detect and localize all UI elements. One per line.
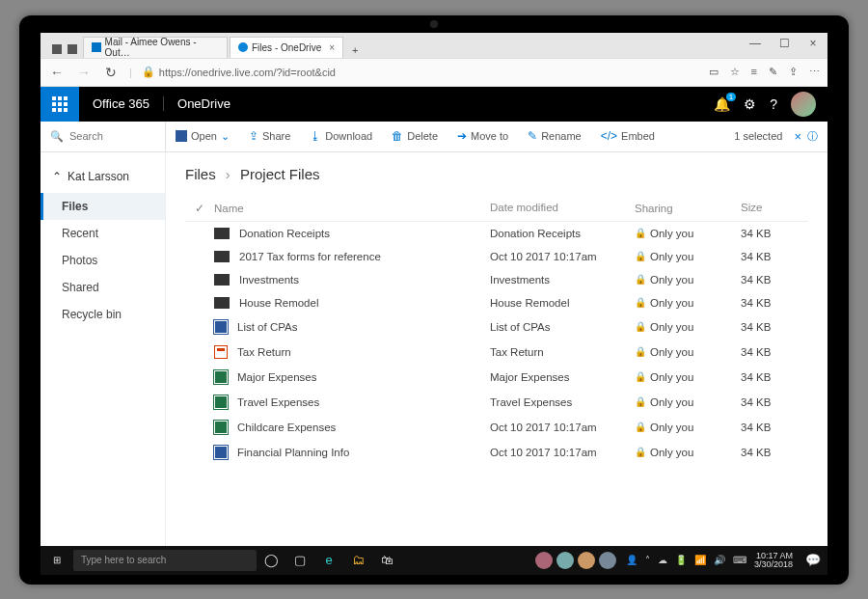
- hub-icon[interactable]: ≡: [751, 66, 757, 78]
- more-icon[interactable]: ⋯: [809, 66, 820, 78]
- minimize-button[interactable]: —: [741, 33, 770, 54]
- file-size: 34 KB: [741, 422, 808, 433]
- url-field[interactable]: 🔒 https://onedrive.live.com/?id=root&cid: [142, 66, 699, 78]
- favorite-icon[interactable]: ☆: [730, 66, 740, 78]
- nav-files[interactable]: Files: [41, 193, 165, 220]
- browser-tab-mail[interactable]: Mail - Aimee Owens - Out…: [83, 37, 228, 58]
- notifications-button[interactable]: 🔔1: [714, 96, 730, 112]
- file-size: 34 KB: [741, 346, 808, 358]
- folder-icon: [214, 228, 230, 239]
- user-name: Kat Larsson: [68, 170, 129, 183]
- window-tile-icon[interactable]: [68, 44, 77, 54]
- suite-app-name[interactable]: OneDrive: [164, 96, 244, 111]
- file-row[interactable]: House RemodelHouse Remodel🔒Only you34 KB: [185, 291, 808, 314]
- search-input[interactable]: [69, 130, 156, 142]
- rename-button[interactable]: ✎Rename: [518, 129, 591, 143]
- battery-icon[interactable]: 🔋: [675, 555, 687, 565]
- move-button[interactable]: ➔Move to: [448, 129, 518, 143]
- separator: |: [129, 67, 132, 78]
- close-window-button[interactable]: ×: [799, 33, 827, 54]
- open-button[interactable]: Open⌄: [166, 130, 239, 143]
- onedrive-tray-icon[interactable]: ☁: [658, 555, 667, 565]
- volume-icon[interactable]: 🔊: [714, 555, 725, 565]
- system-clock[interactable]: 10:17 AM 3/30/2018: [754, 552, 799, 569]
- store-icon[interactable]: 🛍: [372, 553, 401, 567]
- user-avatar[interactable]: [791, 92, 816, 117]
- lock-icon: 🔒: [635, 422, 646, 432]
- action-center-icon[interactable]: 💬: [799, 553, 827, 567]
- explorer-icon[interactable]: 🗂: [343, 553, 372, 567]
- help-button[interactable]: ?: [770, 96, 777, 112]
- search-box[interactable]: 🔍: [41, 122, 166, 151]
- wifi-icon[interactable]: 📶: [694, 555, 706, 565]
- delete-button[interactable]: 🗑Delete: [382, 129, 448, 143]
- tab-title: Mail - Aimee Owens - Out…: [105, 37, 219, 58]
- share-button[interactable]: ⇪Share: [239, 129, 300, 143]
- file-row[interactable]: 2017 Tax forms for referenceOct 10 2017 …: [185, 245, 808, 268]
- file-row[interactable]: InvestmentsInvestments🔒Only you34 KB: [185, 268, 808, 291]
- back-button[interactable]: ←: [48, 65, 66, 80]
- start-button[interactable]: ⊞: [41, 555, 73, 565]
- settings-button[interactable]: ⚙: [744, 96, 756, 112]
- edge-icon[interactable]: e: [314, 553, 343, 567]
- file-row[interactable]: Financial Planning InfoOct 10 2017 10:17…: [185, 440, 808, 465]
- col-size[interactable]: Size: [741, 202, 808, 215]
- file-row[interactable]: Travel ExpensesTravel Expenses🔒Only you3…: [185, 390, 808, 415]
- file-name: Financial Planning Info: [237, 447, 349, 458]
- browser-tab-onedrive[interactable]: Files - OneDrive ×: [230, 37, 343, 58]
- maximize-button[interactable]: ☐: [770, 33, 799, 54]
- file-row[interactable]: List of CPAsList of CPAs🔒Only you34 KB: [185, 314, 808, 340]
- refresh-button[interactable]: ↻: [102, 65, 120, 80]
- breadcrumb-root[interactable]: Files: [185, 166, 216, 182]
- download-button[interactable]: ⭳Download: [300, 129, 382, 143]
- window-tile-icon[interactable]: [52, 44, 62, 54]
- taskbar-avatar[interactable]: [556, 552, 574, 569]
- app-launcher-button[interactable]: [41, 87, 79, 122]
- clear-selection-button[interactable]: ×: [788, 129, 807, 144]
- file-size: 34 KB: [741, 371, 808, 383]
- embed-button[interactable]: </>Embed: [591, 129, 665, 143]
- folder-icon: [214, 297, 230, 309]
- col-name[interactable]: Name: [214, 202, 490, 215]
- file-name: Childcare Expenses: [237, 422, 336, 433]
- notes-icon[interactable]: ✎: [769, 66, 777, 78]
- select-all-checkbox[interactable]: ✓: [185, 202, 214, 215]
- forward-button[interactable]: →: [75, 65, 93, 80]
- file-row[interactable]: Childcare ExpensesOct 10 2017 10:17am🔒On…: [185, 415, 808, 440]
- tab-title: Files - OneDrive: [252, 42, 321, 53]
- lock-icon: 🔒: [635, 228, 646, 238]
- nav-recycle-bin[interactable]: Recycle bin: [41, 301, 165, 328]
- file-sharing: Only you: [650, 422, 693, 433]
- file-name: Tax Return: [237, 346, 291, 358]
- input-icon[interactable]: ⌨: [733, 555, 746, 565]
- task-view-icon[interactable]: ▢: [285, 553, 314, 567]
- col-sharing[interactable]: Sharing: [635, 202, 741, 215]
- taskbar-avatar[interactable]: [599, 552, 616, 569]
- taskbar-avatar[interactable]: [535, 552, 553, 569]
- nav-recent[interactable]: Recent: [41, 220, 165, 247]
- tray-chevron-icon[interactable]: ˄: [645, 555, 650, 565]
- suite-brand[interactable]: Office 365: [79, 96, 164, 111]
- file-row[interactable]: Tax ReturnTax Return🔒Only you34 KB: [185, 340, 808, 365]
- file-list-pane: Files › Project Files ✓ Name Date modifi…: [166, 152, 827, 546]
- details-pane-button[interactable]: ⓘ: [807, 129, 827, 144]
- nav-photos[interactable]: Photos: [41, 247, 165, 274]
- folder-icon: [214, 274, 230, 286]
- nav-shared[interactable]: Shared: [41, 274, 165, 301]
- lock-icon: 🔒: [635, 346, 646, 357]
- file-row[interactable]: Major ExpensesMajor Expenses🔒Only you34 …: [185, 365, 808, 390]
- close-tab-icon[interactable]: ×: [329, 42, 335, 53]
- share-icon[interactable]: ⇪: [789, 66, 798, 78]
- file-row[interactable]: Donation ReceiptsDonation Receipts🔒Only …: [185, 222, 808, 245]
- taskbar-search[interactable]: Type here to search: [73, 550, 257, 571]
- col-modified[interactable]: Date modified: [490, 202, 635, 215]
- new-tab-button[interactable]: +: [345, 44, 365, 58]
- onedrive-favicon-icon: [238, 42, 248, 52]
- reading-view-icon[interactable]: ▭: [709, 66, 719, 78]
- excel-icon: [214, 370, 228, 384]
- profile-toggle[interactable]: ⌃ Kat Larsson: [41, 166, 165, 193]
- people-icon[interactable]: 👤: [626, 555, 637, 565]
- delete-icon: 🗑: [392, 129, 403, 143]
- cortana-icon[interactable]: ◯: [257, 553, 285, 567]
- taskbar-avatar[interactable]: [578, 552, 595, 569]
